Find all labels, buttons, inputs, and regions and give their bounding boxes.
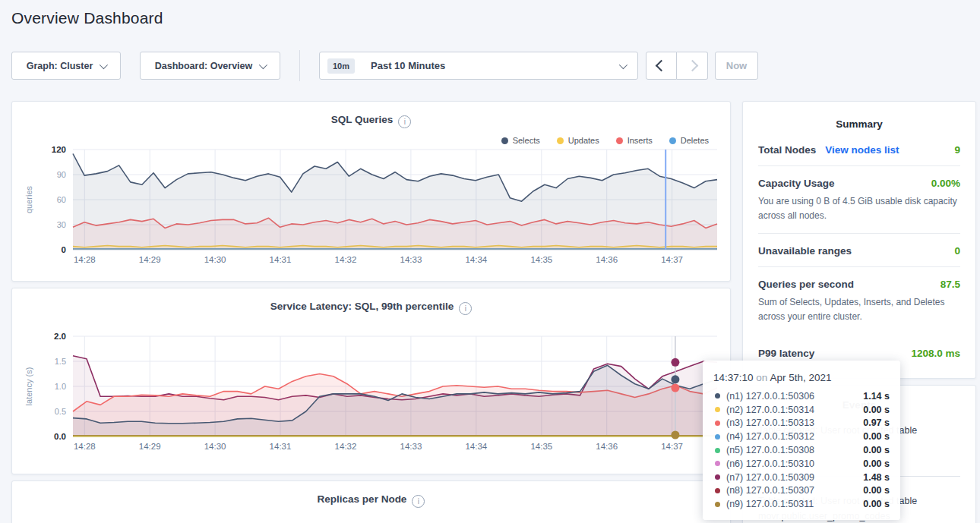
chevron-down-icon <box>259 60 267 68</box>
info-icon[interactable] <box>459 302 472 315</box>
chevron-right-icon <box>686 60 698 72</box>
service-latency-chart[interactable]: 14:2814:2914:3014:3114:3214:3314:3414:35… <box>20 330 722 461</box>
dashboard-dropdown-label: Dashboard: Overview <box>155 61 253 71</box>
tooltip-row: (n5) 127.0.0.1:503080.00 s <box>713 443 890 457</box>
service-latency-card: Service Latency: SQL, 99th percentile 14… <box>11 288 731 474</box>
graph-dropdown-label: Graph: Cluster <box>27 61 93 71</box>
summary-desc: You are using 0 B of 4.5 GiB usable disk… <box>758 194 960 222</box>
prev-range-button[interactable] <box>646 52 677 80</box>
summary-row-capacity: Capacity Usage 0.00% You are using 0 B o… <box>743 166 975 233</box>
graph-dropdown[interactable]: Graph: Cluster <box>11 52 121 80</box>
summary-value: 0.00% <box>931 178 960 189</box>
sql-queries-chart[interactable]: 14:2814:2914:3014:3114:3214:3314:3414:35… <box>20 143 722 274</box>
tooltip-node-value: 0.00 s <box>863 485 890 496</box>
tooltip-node-label: (n9) 127.0.0.1:50311 <box>726 499 814 509</box>
tooltip-node-label: (n1) 127.0.0.1:50306 <box>726 391 814 402</box>
sql-queries-card: SQL Queries Selects Updates Inserts Dele… <box>11 101 731 282</box>
tooltip-node-value: 0.00 s <box>863 458 890 469</box>
svg-text:14:29: 14:29 <box>139 255 161 264</box>
chevron-down-icon <box>619 61 628 69</box>
svg-text:14:31: 14:31 <box>270 442 292 451</box>
replicas-per-node-card: Replicas per Node <box>11 480 731 523</box>
node-color-dot <box>715 421 720 426</box>
summary-row-total-nodes: Total Nodes View nodes list 9 <box>743 133 975 165</box>
svg-text:14:31: 14:31 <box>270 255 292 264</box>
chevron-down-icon <box>100 60 108 68</box>
summary-value: 0 <box>954 245 960 257</box>
chart-title: Service Latency: SQL, 99th percentile <box>12 301 730 315</box>
time-range-badge: 10m <box>327 58 355 74</box>
tooltip-row: (n1) 127.0.0.1:503061.14 s <box>713 389 890 403</box>
node-color-dot <box>715 488 720 493</box>
tooltip-node-value: 1.14 s <box>863 391 890 402</box>
view-nodes-link[interactable]: View nodes list <box>825 144 899 156</box>
summary-card: Summary Total Nodes View nodes list 9 Ca… <box>742 101 976 379</box>
svg-text:14:30: 14:30 <box>204 255 226 264</box>
svg-text:30: 30 <box>57 220 66 229</box>
summary-value: 87.5 <box>940 279 960 290</box>
overview-dashboard-page: Overview Dashboard Graph: Cluster Dashbo… <box>0 0 980 523</box>
summary-row-unavailable: Unavailable ranges 0 <box>743 234 975 266</box>
info-icon[interactable] <box>398 115 411 128</box>
node-color-dot <box>715 407 720 412</box>
tooltip-node-value: 0.00 s <box>863 499 890 509</box>
tooltip-node-value: 0.97 s <box>863 417 890 428</box>
node-color-dot <box>715 461 720 466</box>
time-range-pager <box>646 52 708 80</box>
toolbar-divider <box>299 50 300 81</box>
tooltip-node-value: 0.00 s <box>863 445 890 455</box>
tooltip-node-label: (n7) 127.0.0.1:50309 <box>726 472 814 483</box>
tooltip-timestamp: 14:37:10 on Apr 5th, 2021 <box>713 372 890 383</box>
node-color-dot <box>715 434 720 440</box>
page-title: Overview Dashboard <box>11 9 163 27</box>
now-button[interactable]: Now <box>715 52 758 80</box>
tooltip-row: (n7) 127.0.0.1:503091.48 s <box>713 471 890 484</box>
summary-label: Unavailable ranges <box>758 245 852 257</box>
tooltip-node-value: 0.00 s <box>863 405 890 415</box>
svg-text:14:37: 14:37 <box>661 255 683 264</box>
svg-text:60: 60 <box>57 195 66 204</box>
tooltip-node-label: (n2) 127.0.0.1:50314 <box>726 405 814 415</box>
svg-text:14:28: 14:28 <box>74 255 96 264</box>
tooltip-node-label: (n8) 127.0.0.1:50307 <box>726 485 814 496</box>
summary-desc: Sum of Selects, Updates, Inserts, and De… <box>758 295 960 323</box>
dashboard-dropdown[interactable]: Dashboard: Overview <box>140 52 280 80</box>
summary-label: Total Nodes <box>758 144 816 156</box>
info-icon[interactable] <box>412 495 425 508</box>
svg-text:14:30: 14:30 <box>204 442 226 451</box>
summary-value: 1208.0 ms <box>911 348 960 359</box>
summary-title: Summary <box>743 118 975 130</box>
chart-tooltip: 14:37:10 on Apr 5th, 2021 (n1) 127.0.0.1… <box>703 361 900 520</box>
tooltip-node-label: (n3) 127.0.0.1:50313 <box>726 417 814 428</box>
summary-label: Capacity Usage <box>758 178 835 189</box>
chart-title: Replicas per Node <box>12 493 730 508</box>
tooltip-row: (n8) 127.0.0.1:503070.00 s <box>713 484 890 498</box>
tooltip-node-label: (n5) 127.0.0.1:50308 <box>726 445 814 455</box>
svg-text:14:36: 14:36 <box>596 442 618 451</box>
svg-text:14:33: 14:33 <box>400 442 422 451</box>
svg-text:0.0: 0.0 <box>54 432 66 441</box>
summary-label: Queries per second <box>758 279 854 290</box>
next-range-button[interactable] <box>677 52 708 80</box>
node-color-dot <box>715 502 720 507</box>
tooltip-row: (n9) 127.0.0.1:503110.00 s <box>713 497 890 511</box>
node-color-dot <box>715 393 720 399</box>
svg-text:2.0: 2.0 <box>54 332 66 341</box>
svg-text:14:33: 14:33 <box>400 255 422 264</box>
svg-text:120: 120 <box>52 145 66 154</box>
svg-text:14:34: 14:34 <box>465 442 487 451</box>
svg-text:14:37: 14:37 <box>661 442 683 451</box>
svg-text:1.5: 1.5 <box>55 357 66 366</box>
svg-text:14:35: 14:35 <box>530 255 552 264</box>
tooltip-row: (n4) 127.0.0.1:503120.00 s <box>713 430 890 443</box>
svg-text:1.0: 1.0 <box>55 382 66 391</box>
svg-text:queries: queries <box>24 185 33 213</box>
tooltip-node-value: 0.00 s <box>863 431 890 442</box>
svg-text:14:28: 14:28 <box>74 442 96 451</box>
time-range-selector[interactable]: 10m Past 10 Minutes <box>319 52 638 80</box>
tooltip-node-label: (n4) 127.0.0.1:50312 <box>726 431 814 442</box>
tooltip-row: (n3) 127.0.0.1:503130.97 s <box>713 417 890 430</box>
svg-text:latency (s): latency (s) <box>24 367 33 406</box>
tooltip-row: (n6) 127.0.0.1:503100.00 s <box>713 457 890 471</box>
svg-text:0: 0 <box>62 245 66 254</box>
